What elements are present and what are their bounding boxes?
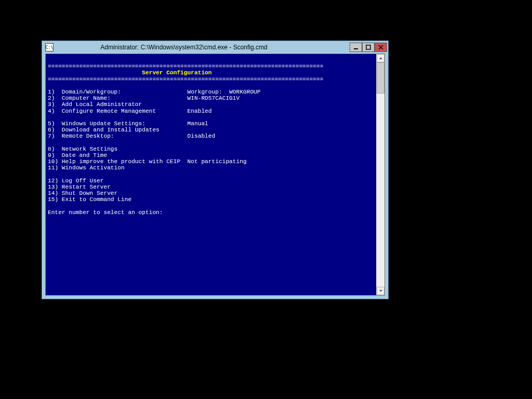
menu-item[interactable]: 15) Exit to Command Line <box>48 196 131 203</box>
menu-item[interactable]: 13) Restart Server <box>48 184 111 190</box>
cmd-icon: C:\ <box>45 43 54 51</box>
chevron-up-icon <box>379 56 383 60</box>
svg-marker-5 <box>379 290 382 292</box>
titlebar[interactable]: C:\ Administrator: C:\Windows\system32\c… <box>42 41 388 54</box>
menu-item[interactable]: 4) Configure Remote Management Enabled <box>48 108 212 114</box>
menu-item[interactable]: 9) Date and Time <box>48 152 107 158</box>
maximize-button[interactable] <box>362 43 375 52</box>
console-output[interactable]: ========================================… <box>46 54 376 295</box>
minimize-icon <box>353 45 358 50</box>
menu-item[interactable]: 5) Windows Update Settings: Manual <box>48 121 208 127</box>
console-header: Server Configuration <box>48 70 323 76</box>
menu-item[interactable]: 3) Add Local Administrator <box>48 101 142 108</box>
svg-rect-1 <box>366 45 370 49</box>
menu-item[interactable]: 10) Help improve the product with CEIP N… <box>48 158 247 165</box>
svg-marker-4 <box>379 57 382 59</box>
close-button[interactable] <box>375 43 387 52</box>
menu-item[interactable]: 12) Log Off User <box>48 178 103 184</box>
scroll-down-arrow[interactable] <box>377 287 384 295</box>
menu-item[interactable]: 11) Windows Activation <box>48 165 125 171</box>
vertical-scrollbar[interactable] <box>376 54 384 295</box>
close-icon <box>378 45 383 50</box>
window-controls <box>350 43 387 52</box>
client-area: ========================================… <box>45 54 385 296</box>
scroll-thumb[interactable] <box>377 62 384 94</box>
svg-rect-0 <box>354 48 358 49</box>
prompt-text: Enter number to select an option: <box>48 209 163 216</box>
window-title: Administrator: C:\Windows\system32\cmd.e… <box>58 44 350 51</box>
menu-item[interactable]: 6) Download and Install Updates <box>48 127 159 133</box>
scroll-track[interactable] <box>377 62 384 287</box>
menu-item[interactable]: 7) Remote Desktop: Disabled <box>48 133 215 139</box>
chevron-down-icon <box>379 289 383 293</box>
menu-item[interactable]: 1) Domain/Workgroup: Workgroup: WORKGROU… <box>48 89 261 95</box>
cmd-window: C:\ Administrator: C:\Windows\system32\c… <box>42 41 389 299</box>
menu-item[interactable]: 8) Network Settings <box>48 146 117 152</box>
minimize-button[interactable] <box>350 43 362 52</box>
menu-item[interactable]: 14) Shut Down Server <box>48 190 117 196</box>
maximize-icon <box>366 45 371 50</box>
scroll-up-arrow[interactable] <box>377 54 384 62</box>
menu-item[interactable]: 2) Computer Name: WIN-RDS7CACIG1V <box>48 95 240 101</box>
